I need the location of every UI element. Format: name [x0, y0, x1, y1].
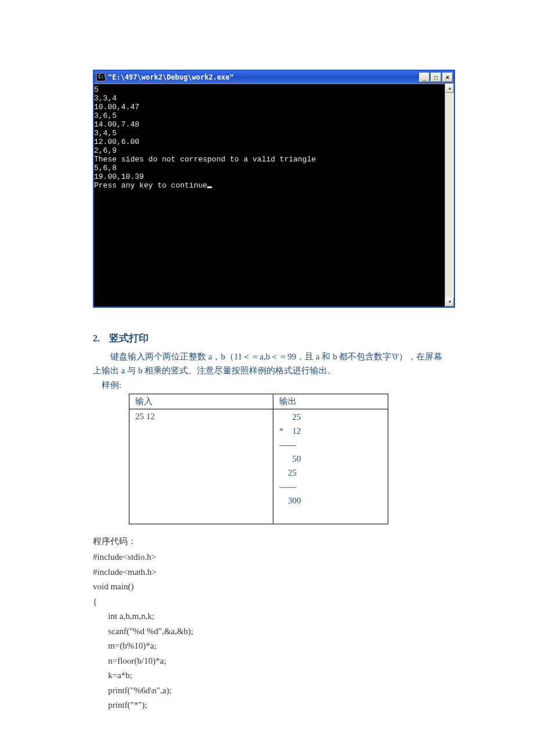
- console-line: 5: [94, 85, 99, 94]
- cmd-icon: C:\: [96, 73, 106, 81]
- console-output: 5 3,3,4 10.00,4.47 3,6,5 14.00,7.48 3,4,…: [94, 84, 445, 307]
- titlebar: C:\ "E:\497\work2\Debug\work2.exe" _ □ ×: [94, 71, 454, 84]
- scrollbar-vertical[interactable]: ▴ ▾: [445, 84, 454, 307]
- code-label: 程序代码：: [93, 535, 456, 548]
- console-window: C:\ "E:\497\work2\Debug\work2.exe" _ □ ×…: [93, 70, 455, 308]
- console-line: 14.00,7.48: [94, 120, 139, 129]
- console-line: 10.00,4.47: [94, 103, 139, 111]
- cell-output: 25 * 12 ------ 50 25 ------ 300: [273, 409, 388, 524]
- problem-desc-line2: 上输出 a 与 b 相乘的竖式。注意尽量按照样例的格式进行输出。: [93, 363, 456, 377]
- header-output: 输出: [273, 394, 388, 409]
- console-line: 2,6,9: [94, 146, 117, 155]
- problem-desc-line1: 键盘输入两个两位正整数 a，b（11＜＝a,b＜＝99，且 a 和 b 都不包含…: [93, 350, 456, 363]
- cell-input: 25 12: [129, 409, 273, 524]
- minimize-button[interactable]: _: [419, 73, 430, 82]
- example-table: 输入 输出 25 12 25 * 12 ------ 50 25 ------ …: [129, 394, 388, 524]
- scroll-up-button[interactable]: ▴: [445, 84, 454, 93]
- table-row: 25 12 25 * 12 ------ 50 25 ------ 300: [129, 409, 388, 524]
- cursor-icon: [207, 186, 212, 188]
- section-heading: 2. 竖式打印: [93, 331, 456, 346]
- section-title: 竖式打印: [109, 333, 149, 344]
- console-line: 3,6,5: [94, 111, 117, 120]
- console-line: 12.00,6.00: [94, 138, 139, 146]
- maximize-button[interactable]: □: [431, 73, 441, 82]
- console-line: 5,6,8: [94, 164, 117, 172]
- code-block: #include<stdio.h> #include<math.h> void …: [93, 550, 456, 713]
- console-line: Press any key to continue: [94, 181, 207, 190]
- header-input: 输入: [129, 394, 273, 409]
- close-button[interactable]: ×: [442, 73, 453, 82]
- scroll-down-button[interactable]: ▾: [445, 297, 454, 307]
- console-line: 3,4,5: [94, 129, 117, 138]
- console-line: 19.00,10.39: [94, 172, 144, 181]
- console-line: These sides do not correspond to a valid…: [94, 155, 316, 164]
- console-client: 5 3,3,4 10.00,4.47 3,6,5 14.00,7.48 3,4,…: [94, 84, 454, 307]
- table-header-row: 输入 输出: [129, 394, 388, 409]
- console-line: 3,3,4: [94, 94, 117, 103]
- example-label: 样例:: [93, 379, 456, 392]
- scrollbar-track[interactable]: [445, 93, 454, 297]
- output-pre: 25 * 12 ------ 50 25 ------ 300: [279, 410, 382, 521]
- titlebar-buttons: _ □ ×: [419, 73, 453, 82]
- window-title: "E:\497\work2\Debug\work2.exe": [108, 72, 417, 82]
- section-number: 2.: [93, 333, 100, 343]
